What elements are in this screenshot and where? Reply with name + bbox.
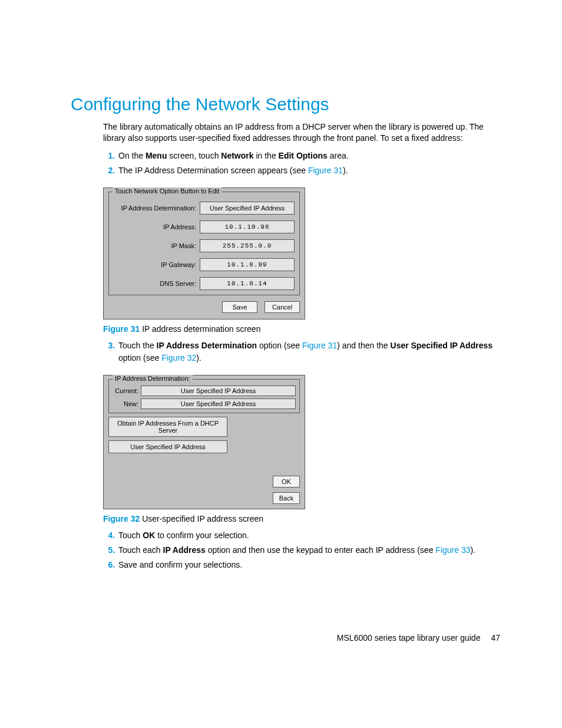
ip-determination-value[interactable]: User Specified IP Address	[200, 202, 295, 215]
figure-32-link[interactable]: Figure 32	[161, 353, 196, 363]
cancel-button[interactable]: Cancel	[265, 301, 300, 313]
ip-address-label: IP Address:	[114, 223, 200, 230]
dns-server-label: DNS Server:	[114, 280, 200, 287]
intro-paragraph: The library automatically obtains an IP …	[103, 121, 500, 144]
figure-31-link[interactable]: Figure 31	[308, 166, 343, 175]
page-footer: MSL6000 series tape library user guide47	[337, 633, 500, 643]
dhcp-option-button[interactable]: Obtain IP Addresses From a DHCP Server	[108, 417, 227, 437]
step-1: On the Menu screen, touch Network in the…	[117, 150, 500, 162]
figure-32-caption: Figure 32 User-specified IP address scre…	[103, 514, 500, 523]
new-value: User Specified IP Address	[141, 398, 296, 409]
figure-31-caption: Figure 31 IP address determination scree…	[103, 324, 500, 334]
step-2: The IP Address Determination screen appe…	[117, 164, 500, 177]
ip-determination-label: IP Address Determination:	[114, 205, 200, 212]
figure-32-panel: IP Address Determination: Current: User …	[103, 375, 305, 509]
fig32-legend: IP Address Determination:	[113, 375, 193, 382]
fig31-legend: Touch Network Option Button to Edit	[113, 187, 222, 195]
ip-address-value[interactable]: 10.1.10.98	[200, 220, 295, 233]
save-button[interactable]: Save	[222, 301, 257, 313]
back-button[interactable]: Back	[273, 492, 300, 504]
figure-33-link[interactable]: Figure 33	[435, 545, 470, 555]
user-specified-option-button[interactable]: User Specified IP Address	[108, 440, 227, 453]
step-6: Save and confirm your selections.	[117, 559, 500, 571]
ip-gateway-label: IP Gateway:	[114, 261, 200, 268]
figure-31-panel: Touch Network Option Button to Edit IP A…	[103, 187, 305, 319]
step-3: Touch the IP Address Determination optio…	[117, 340, 500, 364]
step-5: Touch each IP Address option and then us…	[117, 544, 500, 556]
figure-31-link-2[interactable]: Figure 31	[302, 341, 337, 350]
dns-server-value[interactable]: 10.1.8.14	[200, 277, 295, 290]
section-heading: Configuring the Network Settings	[71, 94, 500, 114]
ip-gateway-value[interactable]: 10.1.8.99	[200, 258, 295, 271]
step-4: Touch OK to confirm your selection.	[117, 529, 500, 542]
ok-button[interactable]: OK	[273, 476, 300, 487]
current-label: Current:	[113, 387, 141, 394]
ip-mask-value[interactable]: 255.255.0.0	[200, 239, 295, 252]
new-label: New:	[113, 400, 141, 407]
current-value: User Specified IP Address	[141, 386, 296, 396]
ip-mask-label: IP Mask:	[114, 242, 200, 249]
